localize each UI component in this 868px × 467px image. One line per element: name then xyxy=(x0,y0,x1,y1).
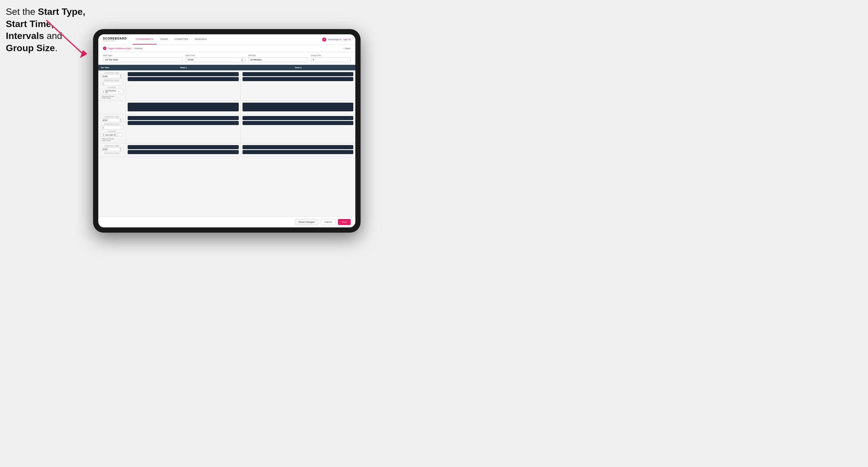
th-team1: Team 1 xyxy=(126,65,241,70)
course-remove-2[interactable]: × xyxy=(117,134,118,136)
tee-time-col-2: STARTING TIME: 10:10 ⌚ STARTING HOLE: 1 … xyxy=(98,114,126,143)
course-tag-2: 🏌 East Lake GC × ⌄ xyxy=(101,133,122,137)
team1-col-3: × ○ × ○ xyxy=(126,143,241,157)
team1-col-1: × ○ × ○ xyxy=(126,70,241,101)
start-time-caret: ⌚ xyxy=(241,59,243,61)
tee-time-col-1: STARTING TIME: 10:00 ⌚ STARTING HOLE: 1 … xyxy=(98,70,126,101)
bold-start-type: Start Type, xyxy=(38,6,85,17)
player-slot[interactable]: × ○ xyxy=(128,77,239,81)
breadcrumb-icon: C xyxy=(103,46,106,50)
table-row: × ○ xyxy=(98,101,355,114)
tee-time-col-3: STARTING TIME: 10:20 ⌚ STARTING HOLE: xyxy=(98,143,126,157)
starting-time-label-2: STARTING TIME: xyxy=(101,116,123,118)
team1-extra-1: × ○ xyxy=(126,101,241,114)
add-group-2[interactable]: + Add Group xyxy=(101,139,123,141)
player-slot[interactable]: × ○ xyxy=(128,145,239,149)
svg-marker-0 xyxy=(80,50,87,58)
player-slot-empty xyxy=(243,103,353,112)
footer-bar: Reset Changes Cancel Save xyxy=(98,216,355,227)
team2-col-2: × ○ × ○ xyxy=(241,114,355,143)
tee-time-extra-1 xyxy=(98,101,126,114)
start-time-input[interactable]: 10:00 ⌚ xyxy=(186,57,245,62)
intervals-label: Intervals xyxy=(248,54,308,56)
player-slot[interactable]: × ○ xyxy=(243,72,353,76)
starting-time-input-3[interactable]: 10:20 ⌚ xyxy=(101,148,123,151)
team1-col-2: × ○ × ○ xyxy=(126,114,241,143)
starting-hole-label-2: STARTING HOLE: xyxy=(101,123,123,125)
breadcrumb-section: Hosting xyxy=(134,47,142,50)
nav-right: B blair@clippd.io Sign out xyxy=(322,37,351,41)
nav-bar: SCOREBOARD Powered by clipp'd TOURNAMENT… xyxy=(98,34,355,45)
sign-out-link[interactable]: Sign out xyxy=(343,38,351,40)
reset-changes-button[interactable]: Reset Changes xyxy=(295,219,318,225)
nav-tab-tournaments[interactable]: TOURNAMENTS xyxy=(133,34,156,44)
start-type-input[interactable]: 1st Tee Start ⌄ xyxy=(103,57,183,62)
nav-tabs: TOURNAMENTS TEAMS COMMITTEE RANKINGS xyxy=(133,34,322,44)
player-slot[interactable]: × ○ xyxy=(243,116,353,120)
tablet-frame: SCOREBOARD Powered by clipp'd TOURNAMENT… xyxy=(93,29,361,232)
start-type-label: Start Type xyxy=(103,54,183,56)
course-tag-1: 🏌 (A) Peachtree GC × ⌄ xyxy=(101,89,123,94)
group-size-label: Group Size xyxy=(311,54,351,56)
team2-col-3: × ○ xyxy=(241,143,355,157)
group-size-input[interactable]: 3 ⌄ xyxy=(311,57,351,62)
breadcrumb: C Clippd Invitational (Me) › Hosting xyxy=(103,46,143,50)
arrow-indicator xyxy=(38,18,96,70)
start-time-label: Start Time xyxy=(186,54,245,56)
starting-time-label-1: STARTING TIME: xyxy=(101,72,123,74)
nav-tab-rankings[interactable]: RANKINGS xyxy=(192,34,210,44)
table-row: STARTING TIME: 10:20 ⌚ STARTING HOLE: × … xyxy=(98,143,355,157)
starting-time-label-3: STARTING TIME: xyxy=(101,145,123,147)
player-slot-empty xyxy=(243,150,353,154)
cancel-button[interactable]: Cancel xyxy=(321,219,336,225)
starting-time-input-1[interactable]: 10:00 ⌚ xyxy=(101,74,123,78)
back-button[interactable]: < Back xyxy=(343,47,351,50)
start-type-caret: ⌄ xyxy=(179,59,181,61)
course-label-1: COURSE: xyxy=(101,87,123,88)
starting-hole-label-3: STARTING HOLE: xyxy=(101,152,123,154)
action-links-1: ○ Remove Group + Add Group xyxy=(101,95,123,99)
course-remove-1[interactable]: × xyxy=(118,91,119,93)
player-slot[interactable]: × ○ xyxy=(128,150,239,154)
player-slot[interactable]: × ○ xyxy=(128,103,239,112)
start-time-field: Start Time 10:00 ⌚ xyxy=(186,54,245,62)
intervals-input[interactable]: 10 Minutes ⌄ xyxy=(248,57,308,62)
breadcrumb-separator: › xyxy=(133,47,133,50)
starting-hole-input-1[interactable]: 1 ⌄ xyxy=(101,82,123,86)
starting-hole-label-1: STARTING HOLE: xyxy=(101,80,123,81)
table-content[interactable]: STARTING TIME: 10:00 ⌚ STARTING HOLE: 1 … xyxy=(98,70,355,216)
player-slot[interactable]: × ○ xyxy=(128,72,239,76)
course-label-2: COURSE: xyxy=(101,130,123,132)
player-slot[interactable]: × ○ xyxy=(128,116,239,120)
starting-time-input-2[interactable]: 10:10 ⌚ xyxy=(101,118,123,122)
nav-tab-committee[interactable]: COMMITTEE xyxy=(171,34,191,44)
logo-sub: Powered by clipp'd xyxy=(103,40,127,41)
table-header: Tee Time Team 1 Team 2 xyxy=(98,65,355,70)
settings-row: Start Type 1st Tee Start ⌄ Start Time 10… xyxy=(98,52,355,65)
breadcrumb-bar: C Clippd Invitational (Me) › Hosting < B… xyxy=(98,45,355,52)
player-slot[interactable]: × ○ xyxy=(243,121,353,125)
player-slot[interactable]: × ○ xyxy=(128,121,239,125)
intervals-caret: ⌄ xyxy=(304,59,306,61)
breadcrumb-tournament[interactable]: Clippd Invitational (Me) xyxy=(107,47,131,50)
player-slot-empty xyxy=(243,77,353,81)
logo: SCOREBOARD Powered by clipp'd xyxy=(103,37,127,41)
th-team2: Team 2 xyxy=(241,65,355,70)
intervals-field: Intervals 10 Minutes ⌄ xyxy=(248,54,308,62)
start-type-field: Start Type 1st Tee Start ⌄ xyxy=(103,54,183,62)
th-tee-time: Tee Time xyxy=(98,65,126,70)
table-row: STARTING TIME: 10:00 ⌚ STARTING HOLE: 1 … xyxy=(98,70,355,101)
starting-hole-input-2[interactable]: 1 ⌄ xyxy=(101,126,123,129)
table-row: STARTING TIME: 10:10 ⌚ STARTING HOLE: 1 … xyxy=(98,114,355,143)
tablet-screen: SCOREBOARD Powered by clipp'd TOURNAMENT… xyxy=(98,34,355,227)
user-email: blair@clippd.io xyxy=(328,38,341,40)
player-slot[interactable]: × ○ xyxy=(243,145,353,149)
nav-tab-teams[interactable]: TEAMS xyxy=(157,34,171,44)
team2-col-1: × ○ xyxy=(241,70,355,101)
save-button[interactable]: Save xyxy=(338,219,351,225)
group-size-field: Group Size 3 ⌄ xyxy=(311,54,351,62)
group-size-caret: ⌄ xyxy=(347,59,349,61)
action-links-2: ○ Remove Group + Add Group xyxy=(101,138,123,141)
user-avatar: B xyxy=(322,37,326,41)
add-group-1[interactable]: + Add Group xyxy=(101,97,123,99)
